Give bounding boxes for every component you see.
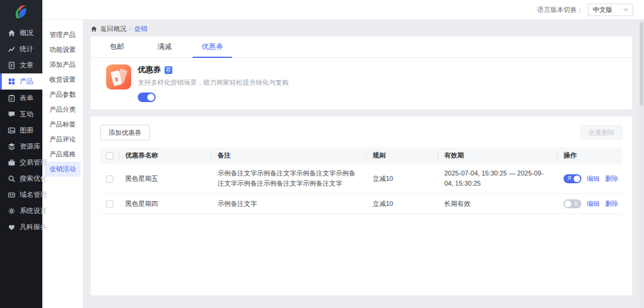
coupon-table: 优惠券名称 备注 规则 有效期 操作 黑色星期五 示例备注文字示例备注文字示例备… bbox=[100, 147, 623, 214]
breadcrumb-back-link[interactable]: 返回概况 bbox=[100, 24, 126, 33]
recommend-badge: 荐 bbox=[165, 66, 172, 74]
sidebar-item-overview[interactable]: 概况 bbox=[0, 25, 42, 41]
coupon-rule: 立减10 bbox=[367, 194, 438, 214]
tab-free-shipping[interactable]: 包邮 bbox=[93, 36, 141, 57]
sidebar-item-label: 交易管理 bbox=[20, 158, 47, 167]
fanke-logo-icon bbox=[11, 4, 32, 21]
breadcrumb-separator: / bbox=[129, 25, 131, 32]
article-icon bbox=[8, 61, 16, 69]
language-select-value: 中文版 bbox=[593, 5, 612, 14]
sidebar-item-trade[interactable]: 交易管理 bbox=[0, 155, 42, 171]
toggle-state-label: 关 bbox=[574, 200, 578, 207]
column-header-actions: 操作 bbox=[558, 147, 623, 164]
delete-link[interactable]: 删除 bbox=[605, 199, 618, 209]
app-logo[interactable] bbox=[0, 0, 42, 25]
sidebar-item-label: 系统设置 bbox=[20, 207, 47, 215]
sidebar-item-label: 概况 bbox=[20, 29, 33, 38]
coupon-feature-title: 优惠券 bbox=[138, 64, 161, 75]
home-icon[interactable] bbox=[91, 26, 97, 32]
form-icon bbox=[8, 94, 16, 102]
column-header-rule: 规则 bbox=[367, 147, 438, 164]
coupon-enabled-toggle[interactable]: 关 bbox=[564, 199, 581, 208]
tab-full-discount[interactable]: 满减 bbox=[141, 36, 188, 57]
coupon-name: 黑色星期五 bbox=[119, 164, 212, 194]
row-checkbox[interactable] bbox=[106, 201, 113, 208]
main-content: 返回概况 / 促销 包邮 满减 优惠券 ¥ bbox=[83, 20, 644, 308]
submenu-item-product-reviews[interactable]: 产品评论 bbox=[42, 132, 83, 147]
sidebar-item-label: 表单 bbox=[20, 94, 33, 103]
coupon-row-black-friday: 黑色星期五 示例备注文字示例备注文字示例备注文字示例备注文字示例备注示例备注文字… bbox=[100, 164, 623, 194]
coupon-feature-description: 支持多样化营销场景，助力商家轻松提升转化与复购 bbox=[138, 78, 289, 87]
sidebar-item-interaction[interactable]: 互动 bbox=[0, 106, 42, 122]
coupon-rule: 立减10 bbox=[367, 164, 438, 194]
coupon-enabled-toggle[interactable]: 开 bbox=[564, 174, 581, 183]
language-switch-label: 语言版本切换： bbox=[537, 5, 583, 14]
table-header-row: 优惠券名称 备注 规则 有效期 操作 bbox=[100, 147, 623, 164]
coupon-list-card: 添加优惠券 批量删除 优惠券名称 备注 规则 有效期 操作 黑色星期五 示例备注… bbox=[91, 116, 632, 295]
coupon-toolbar: 添加优惠券 批量删除 bbox=[100, 125, 623, 140]
delete-link[interactable]: 删除 bbox=[605, 174, 618, 184]
domain-icon bbox=[8, 191, 16, 199]
gallery-icon bbox=[8, 127, 16, 134]
sidebar-top-group: 概况 统计 文章 产品 bbox=[0, 0, 42, 90]
promotion-card: 包邮 满减 优惠券 ¥ 优惠券 荐 支持多样 bbox=[91, 36, 632, 109]
sidebar-item-settings[interactable]: 系统设置 bbox=[0, 203, 42, 219]
promotion-tabs: 包邮 满减 优惠券 bbox=[91, 36, 632, 58]
column-header-name: 优惠券名称 bbox=[119, 147, 212, 164]
submenu-item-product-tags[interactable]: 产品标签 bbox=[42, 117, 83, 132]
submenu-item-promotions[interactable]: 促销活动 bbox=[45, 162, 80, 177]
coupon-validity: 2025-07-04, 15:30:25 — 2025-09-04, 15:30… bbox=[438, 164, 558, 194]
briefcase-icon bbox=[8, 159, 16, 167]
breadcrumb-current[interactable]: 促销 bbox=[134, 24, 147, 33]
coupon-feature: ¥ 优惠券 荐 支持多样化营销场景，助力商家轻松提升转化与复购 bbox=[91, 58, 632, 109]
sidebar-item-label: 域名管理 bbox=[20, 190, 47, 199]
sidebar-item-resources[interactable]: 资源库 bbox=[0, 138, 42, 155]
heart-icon bbox=[8, 223, 16, 231]
submenu-item-product-specs[interactable]: 产品规格 bbox=[42, 147, 83, 162]
sidebar-item-gallery[interactable]: 图册 bbox=[0, 122, 42, 138]
chat-icon bbox=[8, 110, 16, 118]
toggle-knob bbox=[574, 175, 580, 182]
coupon-feature-toggle[interactable] bbox=[138, 93, 156, 102]
scrollbar-thumb[interactable] bbox=[640, 22, 643, 106]
chevron-down-icon bbox=[623, 8, 628, 11]
submenu-item-feature-settings[interactable]: 功能设置 bbox=[42, 42, 83, 57]
breadcrumb: 返回概况 / 促销 bbox=[91, 23, 632, 34]
sidebar-item-label: 互动 bbox=[20, 110, 33, 119]
sidebar-item-label: 文章 bbox=[20, 61, 33, 70]
search-icon bbox=[8, 175, 16, 183]
add-coupon-button[interactable]: 添加优惠券 bbox=[100, 125, 150, 140]
submenu-item-product-params[interactable]: 产品参数 bbox=[42, 87, 83, 102]
sidebar-item-label: 统计 bbox=[20, 45, 33, 54]
sidebar-item-products[interactable]: 产品 bbox=[0, 73, 42, 90]
column-header-validity: 有效期 bbox=[438, 147, 558, 164]
row-checkbox[interactable] bbox=[106, 175, 113, 183]
scrollbar[interactable] bbox=[639, 20, 644, 308]
submenu-item-manage-products[interactable]: 管理产品 bbox=[42, 27, 83, 42]
toggle-knob bbox=[147, 94, 154, 101]
edit-link[interactable]: 编辑 bbox=[587, 199, 600, 209]
select-all-checkbox[interactable] bbox=[106, 152, 113, 159]
submenu-item-product-categories[interactable]: 产品分类 bbox=[42, 102, 83, 117]
library-icon bbox=[8, 143, 16, 150]
sidebar-item-service[interactable]: 凡科服务 bbox=[0, 219, 42, 235]
topbar: 语言版本切换： 中文版 bbox=[42, 0, 644, 20]
batch-delete-button[interactable]: 批量删除 bbox=[581, 125, 623, 140]
coupon-remark: 示例备注文字 bbox=[212, 194, 367, 214]
sidebar-item-seo[interactable]: 搜索优化 bbox=[0, 171, 42, 187]
toggle-knob bbox=[565, 201, 571, 207]
sidebar-item-articles[interactable]: 文章 bbox=[0, 57, 42, 73]
submenu-item-shipping-settings[interactable]: 收货设置 bbox=[42, 72, 83, 87]
edit-link[interactable]: 编辑 bbox=[587, 174, 600, 184]
submenu-item-add-product[interactable]: 添加产品 bbox=[42, 57, 83, 72]
stats-icon bbox=[8, 45, 16, 53]
language-select[interactable]: 中文版 bbox=[588, 4, 633, 16]
sidebar-item-stats[interactable]: 统计 bbox=[0, 41, 42, 57]
tab-coupon[interactable]: 优惠券 bbox=[188, 36, 236, 57]
home-icon bbox=[8, 29, 16, 37]
toggle-state-label: 开 bbox=[567, 175, 572, 182]
coupon-feature-body: 优惠券 荐 支持多样化营销场景，助力商家轻松提升转化与复购 bbox=[138, 64, 289, 102]
sidebar-item-domain[interactable]: 域名管理 bbox=[0, 187, 42, 203]
coupon-name: 黑色星期四 bbox=[119, 194, 212, 214]
sidebar-item-forms[interactable]: 表单 bbox=[0, 90, 42, 106]
